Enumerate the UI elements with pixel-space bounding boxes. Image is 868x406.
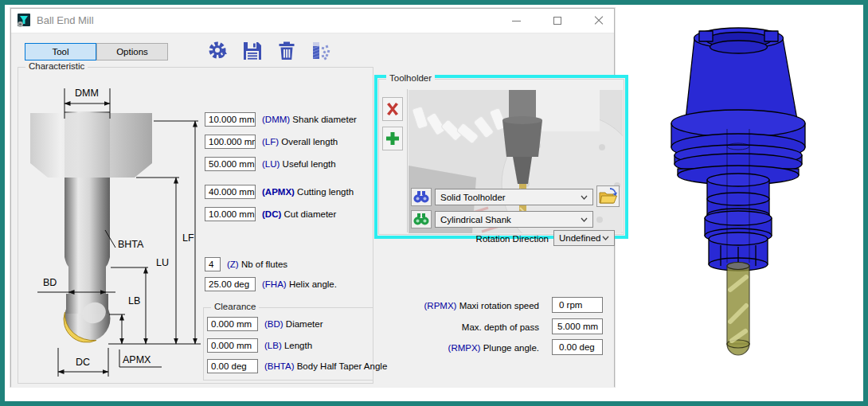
code-rmpx: (RMPX) [448,343,481,353]
red-x-icon [385,101,401,117]
shank-diameter-input[interactable]: 10.000 mm [205,112,256,127]
binoculars-blue-icon [413,191,429,203]
tab-options[interactable]: Options [96,43,168,61]
shank-type-value: Cylindrical Shank [440,215,581,224]
characteristic-group: Characteristic [18,67,373,384]
dialog-body: Tool Options [11,33,614,388]
toolholder-delete-button[interactable] [382,97,403,121]
label-cut-diameter: Cut diameter [283,209,336,219]
diagram-label-lb: LB [128,295,140,306]
chevron-down-icon [581,217,588,222]
toolholder-separator [407,89,408,232]
code-lb: (LB) [264,341,282,350]
shank-type-dropdown[interactable]: Cylindrical Shank [435,211,593,228]
close-button[interactable] [590,12,608,29]
cut-diameter-input[interactable]: 10.000 mm [205,207,256,221]
label-overall-length: Overall length [281,137,338,146]
max-depth-of-pass-input[interactable]: 5.000 mm [552,318,603,334]
browse-shank-button[interactable] [411,210,432,228]
green-plus-icon [385,131,401,146]
tab-tool[interactable]: Tool [25,43,96,61]
close-icon [594,16,604,25]
label-useful-length: Useful length [283,159,336,169]
toolholder-add-button[interactable] [382,127,403,150]
clearance-legend: Clearance [211,302,259,311]
code-dc: (DC) [262,209,281,219]
code-bhta: (BHTA) [264,361,294,371]
binoculars-green-icon [413,213,429,225]
regenerate-button[interactable] [207,40,229,62]
tool-diagram: DMM LF LU LB [26,79,209,380]
label-cutting-length: Cutting length [297,187,354,197]
label-clearance-length: Length [284,341,312,350]
diagram-label-bd: BD [43,277,57,288]
diagram-label-dmm: DMM [75,88,99,99]
cutting-length-input[interactable]: 40.000 mm [205,185,256,199]
label-clearance-diameter: Diameter [286,319,323,329]
diagram-label-lf: LF [182,232,194,244]
code-rpmx: (RPMX) [424,301,457,310]
save-icon [242,41,263,61]
title-bar[interactable]: Ball End Mill [11,9,614,33]
diagram-label-dc: DC [76,357,90,368]
flutes-input[interactable]: 4 [205,257,221,271]
label-max-rotation-speed: Maxi rotation speed [459,301,539,310]
delete-button[interactable] [276,40,298,62]
label-body-half-taper-angle: Body Half Taper Angle [297,361,388,371]
rotation-direction-value: Undefined [559,233,602,243]
max-rotation-speed-input[interactable]: 0 rpm [552,297,603,313]
rotation-direction-label: Rotation Direction [431,232,549,247]
diagram-label-lu: LU [156,257,169,268]
characteristic-legend: Characteristic [25,61,88,71]
plunge-angle-input[interactable]: 0.00 deg [552,339,603,355]
code-z: (Z) [227,260,239,269]
clearance-length-input[interactable]: 0.000 mm [207,338,258,353]
diagram-label-bhta: BHTA [118,239,144,250]
label-flutes: Nb of flutes [241,260,287,269]
open-toolholder-file-button[interactable] [596,185,620,207]
maximize-icon [553,17,561,25]
code-bd: (BD) [264,319,283,329]
label-helix-angle: Helix angle. [289,279,337,289]
toolholder-3d-view[interactable] [633,10,864,392]
toolholder-group: Toolholder [378,79,624,235]
label-max-depth-of-pass: Max. depth of pass [462,322,539,332]
browse-toolholder-button[interactable] [411,188,432,206]
open-folder-icon [599,188,617,205]
toolholder-highlight: Toolholder [374,75,628,239]
helix-angle-input[interactable]: 25.00 deg [205,277,256,291]
code-lu: (LU) [262,159,280,169]
tool-export-button[interactable] [310,40,332,62]
clearance-diameter-input[interactable]: 0.000 mm [207,317,258,331]
code-fha: (FHA) [262,279,287,289]
tool-export-icon [311,41,331,61]
label-plunge-angle: Plunge angle. [483,343,539,353]
code-apmx: (APMX) [262,187,295,197]
useful-length-input[interactable]: 50.000 mm [205,157,256,171]
window-title: Ball End Mill [37,9,94,33]
toolholder-legend: Toolholder [386,73,435,83]
toolbar [207,40,332,62]
clearance-group: Clearance 0.000 mm (BD) Diameter 0.000 m… [203,307,373,381]
app-icon [17,14,31,28]
ball-end-mill-dialog: Ball End Mill Tool Options [10,8,615,387]
code-dmm: (DMM) [262,115,290,124]
label-shank-diameter: Shank diameter [292,115,357,124]
code-lf: (LF) [262,137,279,146]
body-half-taper-angle-input[interactable]: 0.00 deg [207,359,258,373]
gear-refresh-icon [208,41,229,61]
toolholder-type-value: Solid Toolholder [440,193,581,202]
screenshot-root: Ball End Mill Tool Options [0,0,868,406]
save-button[interactable] [241,40,264,62]
trash-icon [276,41,297,61]
rotation-direction-dropdown[interactable]: Undefined [553,230,615,246]
chevron-down-icon [581,195,588,200]
overall-length-input[interactable]: 100.000 mm [205,135,256,149]
toolholder-type-dropdown[interactable]: Solid Toolholder [435,189,593,205]
maximize-button[interactable] [549,12,566,29]
chevron-down-icon [602,236,609,240]
minimize-button[interactable] [507,12,525,29]
diagram-label-apmx: APMX [123,354,151,365]
minimize-icon [512,21,521,21]
